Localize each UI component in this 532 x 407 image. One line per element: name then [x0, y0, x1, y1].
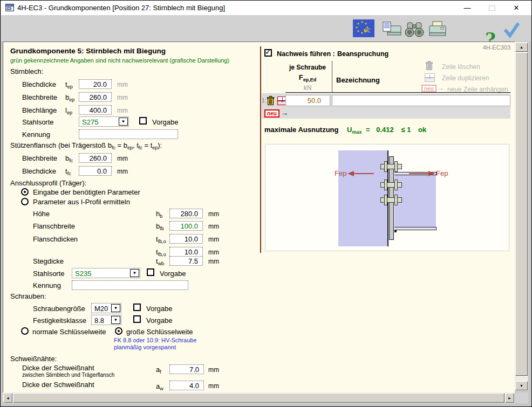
vorgabe-label: Vorgabe	[146, 316, 172, 325]
kennung2-input[interactable]	[72, 280, 188, 290]
scroll-right-button[interactable]: ►	[505, 393, 514, 403]
vorgabe1-checkbox[interactable]	[139, 117, 147, 125]
col-header-unit: kN	[285, 84, 330, 92]
kennung1-input[interactable]	[79, 129, 178, 139]
vorgabe2-checkbox[interactable]	[147, 268, 154, 276]
hb-input[interactable]: 280.0	[169, 209, 203, 218]
lep-input[interactable]: 400.0	[79, 105, 112, 115]
delete-row-icon-disabled	[425, 61, 433, 73]
column-divider	[332, 61, 332, 92]
append-arrow-icon: →	[281, 109, 288, 117]
print-icon[interactable]	[428, 21, 447, 39]
scroll-down-button[interactable]: ▼	[515, 381, 528, 390]
tfbo-input[interactable]: 10.0	[169, 234, 203, 244]
fep-value-input[interactable]: 50.0	[285, 95, 330, 106]
dropdown-arrow-icon[interactable]: ▼	[130, 269, 139, 277]
unit-label: mm	[117, 107, 128, 114]
stahlsorte-label: Stahlsorte	[22, 118, 54, 126]
dropdown-arrow-icon[interactable]: ▼	[119, 118, 128, 126]
bfc-input[interactable]: 260.0	[79, 153, 112, 163]
title-bar: 4H-EC3 - Grundkomponenten [Position 27: …	[1, 1, 532, 15]
nachweis-checkbox[interactable]: ✓	[264, 49, 272, 57]
field-symbol: bfc	[65, 154, 73, 162]
duplicate-row-label: Zeile duplizieren	[442, 74, 489, 82]
force-arrowhead-right	[428, 171, 435, 176]
toolbar: ec ?	[1, 15, 532, 42]
scroll-up-button[interactable]: ▲	[515, 43, 528, 52]
maximize-button	[485, 3, 500, 13]
weld2-label: Dicke der Schweißnaht	[22, 381, 94, 389]
bolt-shaft	[380, 164, 402, 169]
unit-label: mm	[208, 382, 219, 390]
minimize-button[interactable]: —	[460, 3, 475, 13]
field-label: Höhe	[33, 210, 50, 218]
twb-input[interactable]: 7.5	[169, 256, 203, 266]
delete-row-icon[interactable]	[267, 95, 275, 108]
kennung-label: Kennung	[22, 130, 50, 139]
force-label-right: Fep	[436, 169, 448, 177]
aw-input[interactable]: 4.0	[169, 381, 204, 390]
tfc-input[interactable]: 0.0	[79, 166, 112, 176]
append-arrow-icon-disabled: →	[438, 84, 444, 92]
radio-label: Parameter aus I-Profil ermitteln	[33, 198, 130, 206]
bezeichnung-input[interactable]	[332, 95, 510, 106]
field-symbol: aw	[156, 382, 163, 390]
bolt-shaft	[380, 182, 402, 188]
app-window: 4H-EC3 - Grundkomponenten [Position 27: …	[0, 0, 532, 407]
confirm-check-icon[interactable]	[502, 20, 521, 41]
section-schweissnaehte: Schweißnähte:	[10, 355, 57, 363]
schraubengroesse-label: Schraubengröße	[33, 305, 85, 313]
search-binoculars-icon[interactable]	[404, 21, 425, 40]
vorgabe4-checkbox[interactable]	[133, 315, 141, 323]
field-symbol: bfb	[156, 222, 164, 230]
dropdown-arrow-icon[interactable]: ▼	[111, 304, 120, 312]
ec-logo-text: ec	[364, 26, 370, 34]
radio-i-profil[interactable]	[21, 198, 29, 205]
bolt-washer	[384, 180, 387, 190]
kennung-label: Kennung	[33, 281, 61, 289]
field-symbol: lep	[65, 106, 72, 114]
festigkeitsklasse-dropdown[interactable]: 8.8 ▼	[91, 315, 121, 325]
field-symbol: twb	[156, 257, 164, 265]
vorgabe3-checkbox[interactable]	[133, 303, 141, 311]
horizontal-scroll-thumb[interactable]	[13, 393, 504, 403]
print-preview-icon[interactable]	[383, 22, 402, 40]
field-label: Blechdicke	[22, 167, 56, 175]
weld1-sublabel: zwischen Stirnblech und Trägerflansch	[22, 372, 114, 378]
section-stirnblech: Stirnblech:	[10, 67, 43, 75]
stahlsorte2-dropdown[interactable]: S235 ▼	[72, 268, 140, 278]
stahlsorte1-dropdown[interactable]: S275 ▼	[79, 116, 129, 127]
nachweis-label: Nachweis führen :	[277, 50, 335, 58]
radio-normale-schluesselweite[interactable]	[21, 327, 29, 335]
scrollbar-corner	[515, 392, 528, 403]
radio-eingabe-parameter[interactable]	[21, 188, 29, 196]
close-button[interactable]: ✕	[509, 3, 524, 13]
tep-input[interactable]: 20.0	[79, 79, 112, 89]
field-label: Flanschbreite	[33, 222, 75, 230]
unit-label: mm	[208, 210, 219, 218]
duplicate-row-icon-disabled	[425, 73, 435, 84]
unit-label: mm	[117, 168, 128, 175]
unit-label: mm	[208, 236, 219, 243]
dropdown-arrow-icon[interactable]: ▼	[111, 316, 120, 324]
tfbu-input[interactable]: 10.0	[169, 247, 203, 257]
col-header-bezeichnung: Bezeichnung	[336, 76, 380, 84]
result-label: maximale Ausnutzung	[264, 126, 338, 134]
unit-label: mm	[117, 155, 128, 162]
bfb-input[interactable]: 100.0	[169, 221, 203, 231]
col-header-je-schraube: je Schraube	[285, 64, 330, 71]
append-row-badge[interactable]: neu	[264, 109, 279, 118]
schraubengroesse-dropdown[interactable]: M20 ▼	[91, 303, 121, 313]
bolt-washer	[394, 180, 398, 190]
vorgabe-label: Vorgabe	[152, 118, 178, 126]
radio-grosse-schluesselweite[interactable]	[115, 327, 122, 335]
vertical-scroll-thumb[interactable]	[515, 52, 528, 376]
bep-input[interactable]: 260.0	[79, 92, 112, 102]
af-input[interactable]: 7.0	[169, 364, 204, 374]
scroll-left-button[interactable]: ◄	[3, 393, 12, 403]
force-arrow-left-shaft	[353, 173, 374, 174]
field-symbol: tfb,o	[156, 235, 166, 243]
connection-drawing: Fep Fep	[265, 144, 509, 251]
fk-note-line1: FK 8.8 oder 10.9: HV-Schraube	[114, 337, 196, 343]
eurocode-icon[interactable]: ec	[353, 19, 374, 39]
